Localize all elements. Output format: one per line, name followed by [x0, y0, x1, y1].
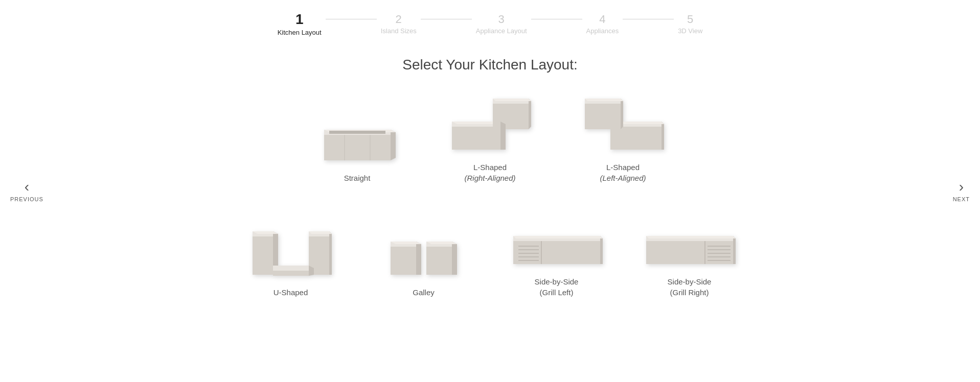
shape-sbs-left-container — [511, 208, 603, 269]
svg-rect-35 — [273, 271, 309, 276]
shape-sbs-right-container — [644, 208, 736, 269]
step-2-label: Island Sizes — [381, 27, 417, 35]
page-title: Select Your Kitchen Layout: — [0, 57, 980, 73]
label-galley: Galley — [413, 287, 435, 298]
step-3-number: 3 — [498, 14, 505, 25]
shape-galley-svg — [388, 229, 460, 280]
svg-marker-19 — [662, 122, 664, 150]
layout-row-2: U-Shaped Galley — [245, 208, 736, 298]
step-5-number: 5 — [687, 14, 693, 25]
layout-row-1: Straight — [311, 93, 669, 183]
svg-marker-23 — [621, 99, 623, 129]
next-label: NEXT — [953, 196, 970, 202]
label-straight: Straight — [344, 173, 371, 183]
layout-galley[interactable]: Galley — [378, 219, 470, 298]
layout-straight[interactable]: Straight — [311, 104, 403, 183]
svg-rect-1 — [324, 135, 391, 160]
previous-label: PREVIOUS — [10, 196, 43, 202]
step-line-1-2 — [326, 19, 377, 19]
shape-galley-container — [388, 219, 460, 280]
svg-marker-57 — [733, 236, 736, 264]
svg-rect-38 — [391, 247, 416, 275]
svg-marker-40 — [391, 242, 421, 244]
step-4-number: 4 — [599, 14, 605, 25]
svg-rect-22 — [585, 104, 621, 129]
next-button[interactable]: › NEXT — [953, 180, 970, 202]
step-5[interactable]: 5 3D View — [678, 14, 702, 35]
shape-l-left-svg — [582, 99, 664, 155]
step-2[interactable]: 2 Island Sizes — [381, 14, 417, 35]
label-l-right: L-Shaped(Right-Aligned) — [464, 162, 515, 183]
svg-marker-43 — [452, 242, 457, 275]
svg-marker-47 — [600, 236, 603, 264]
layout-grid: Straight — [0, 93, 980, 318]
svg-marker-33 — [309, 231, 332, 234]
label-u-shaped: U-Shaped — [274, 287, 308, 298]
svg-marker-16 — [500, 122, 506, 150]
shape-l-right-container — [449, 93, 531, 155]
svg-marker-48 — [513, 236, 603, 238]
shape-sbs-right-svg — [644, 228, 736, 269]
svg-marker-39 — [416, 242, 421, 275]
label-sbs-right: Side-by-Side(Grill Right) — [668, 276, 712, 298]
layout-side-by-side-left[interactable]: Side-by-Side(Grill Left) — [511, 208, 603, 298]
svg-marker-2 — [391, 130, 396, 160]
step-3[interactable]: 3 Appliance Layout — [476, 14, 527, 35]
svg-marker-44 — [426, 242, 457, 244]
stepper: 1 Kitchen Layout 2 Island Sizes 3 Applia… — [0, 0, 980, 44]
svg-marker-34 — [273, 266, 309, 271]
shape-l-right-svg — [449, 99, 531, 155]
step-line-4-5 — [623, 19, 674, 19]
step-3-label: Appliance Layout — [476, 27, 527, 35]
previous-button[interactable]: ‹ PREVIOUS — [10, 180, 43, 202]
svg-marker-58 — [646, 236, 736, 238]
step-2-number: 2 — [396, 14, 402, 25]
chevron-right-icon: › — [959, 180, 964, 194]
svg-rect-27 — [253, 236, 273, 275]
svg-marker-14 — [493, 99, 531, 101]
svg-rect-12 — [493, 104, 529, 129]
step-1-number: 1 — [295, 12, 304, 27]
svg-rect-42 — [426, 247, 452, 275]
chevron-left-icon: ‹ — [25, 180, 29, 194]
layout-u-shaped[interactable]: U-Shaped — [245, 219, 337, 298]
label-l-left: L-Shaped(Left-Aligned) — [600, 162, 646, 183]
shape-u-container — [250, 219, 332, 280]
step-line-3-4 — [531, 19, 582, 19]
shape-sbs-left-svg — [511, 228, 603, 269]
step-5-label: 3D View — [678, 27, 702, 35]
svg-rect-25 — [610, 127, 621, 150]
label-sbs-left: Side-by-Side(Grill Left) — [535, 276, 579, 298]
svg-rect-4 — [329, 131, 385, 134]
shape-u-svg — [250, 229, 332, 280]
step-1[interactable]: 1 Kitchen Layout — [278, 12, 322, 36]
layout-side-by-side-right[interactable]: Side-by-Side(Grill Right) — [644, 208, 736, 298]
layout-l-left[interactable]: L-Shaped(Left-Aligned) — [577, 93, 669, 183]
svg-marker-13 — [529, 99, 531, 129]
shape-straight-container — [319, 104, 396, 165]
step-4[interactable]: 4 Appliances — [586, 14, 619, 35]
svg-rect-15 — [493, 127, 500, 150]
shape-l-left-container — [582, 93, 664, 155]
svg-marker-24 — [585, 99, 623, 101]
shape-straight-svg — [319, 120, 396, 165]
layout-l-right[interactable]: L-Shaped(Right-Aligned) — [444, 93, 536, 183]
step-1-label: Kitchen Layout — [278, 29, 322, 36]
svg-marker-32 — [329, 231, 332, 275]
step-4-label: Appliances — [586, 27, 619, 35]
step-line-2-3 — [421, 19, 472, 19]
